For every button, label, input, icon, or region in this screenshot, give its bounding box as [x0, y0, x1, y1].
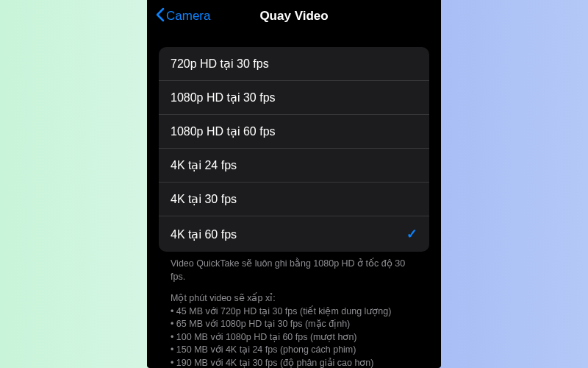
page-title: Quay Video: [259, 9, 328, 24]
quicktake-note: Video QuickTake sẽ luôn ghi bằng 1080p H…: [171, 258, 417, 283]
option-label: 4K tại 30 fps: [171, 192, 237, 206]
option-label: 1080p HD tại 60 fps: [171, 124, 276, 138]
size-line: • 190 MB với 4K tại 30 fps (độ phân giải…: [171, 357, 417, 369]
video-option[interactable]: 4K tại 60 fps✓: [159, 216, 429, 252]
footer-text: Video QuickTake sẽ luôn ghi bằng 1080p H…: [159, 252, 429, 368]
video-option[interactable]: 720p HD tại 30 fps: [159, 47, 429, 81]
checkmark-icon: ✓: [406, 226, 417, 242]
size-line: • 100 MB với 1080p HD tại 60 fps (mượt h…: [171, 331, 417, 344]
size-intro: Một phút video sẽ xấp xỉ:: [171, 292, 417, 305]
phone-screen: Camera Quay Video 720p HD tại 30 fps1080…: [147, 0, 441, 368]
size-line: • 65 MB với 1080p HD tại 30 fps (mặc địn…: [171, 318, 417, 331]
chevron-left-icon: [156, 7, 165, 26]
back-button[interactable]: Camera: [156, 7, 210, 26]
size-line: • 150 MB với 4K tại 24 fps (phong cách p…: [171, 344, 417, 357]
size-line: • 45 MB với 720p HD tại 30 fps (tiết kiệ…: [171, 305, 417, 319]
option-label: 4K tại 24 fps: [171, 158, 237, 172]
video-option[interactable]: 1080p HD tại 30 fps: [159, 81, 429, 115]
content-area: 720p HD tại 30 fps1080p HD tại 30 fps108…: [147, 32, 441, 368]
video-options-list: 720p HD tại 30 fps1080p HD tại 30 fps108…: [159, 47, 429, 252]
nav-bar: Camera Quay Video: [147, 0, 441, 32]
video-option[interactable]: 4K tại 30 fps: [159, 183, 429, 216]
video-option[interactable]: 1080p HD tại 60 fps: [159, 115, 429, 149]
video-option[interactable]: 4K tại 24 fps: [159, 149, 429, 183]
back-label: Camera: [166, 9, 210, 24]
option-label: 1080p HD tại 30 fps: [171, 91, 276, 105]
option-label: 720p HD tại 30 fps: [171, 57, 269, 71]
size-lines: • 45 MB với 720p HD tại 30 fps (tiết kiệ…: [171, 305, 417, 369]
option-label: 4K tại 60 fps: [171, 227, 237, 241]
